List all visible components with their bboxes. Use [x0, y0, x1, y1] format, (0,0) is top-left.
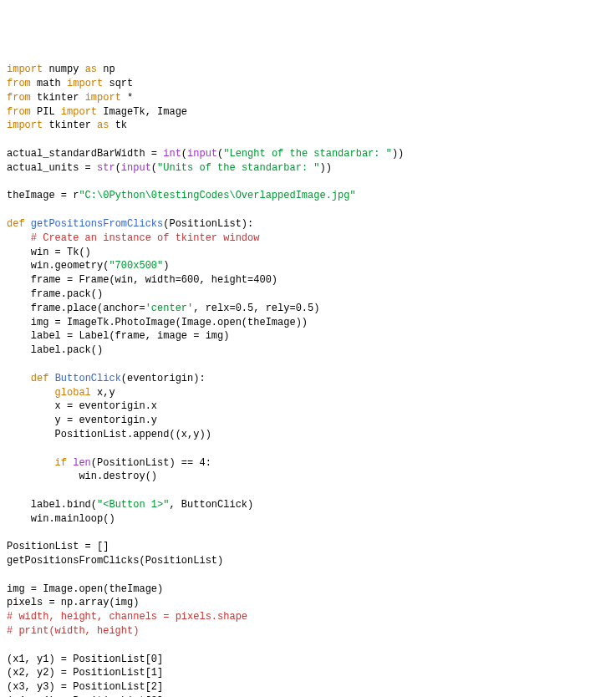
- code-line: win.mainloop(): [7, 513, 115, 525]
- code-line: def getPositionsFromClicks(PositionList)…: [7, 218, 253, 230]
- keyword-import: import: [67, 78, 103, 89]
- builtin-len: len: [73, 457, 91, 469]
- keyword-import: import: [61, 106, 97, 118]
- comment: # width, height, channels = pixels.shape: [7, 611, 247, 623]
- code-line: # print(width, height): [7, 625, 139, 637]
- string-literal: "Lenght of the standarbar: ": [223, 148, 392, 160]
- function-name: getPositionsFromClicks: [31, 218, 163, 230]
- code-line: PositionList.append((x,y)): [7, 429, 211, 440]
- code-block: import numpy as np from math import sqrt…: [7, 63, 609, 697]
- code-line: label = Label(frame, image = img): [7, 330, 229, 342]
- code-line: getPositionsFromClicks(PositionList): [7, 555, 223, 567]
- code-line: actual_units = str(input("Units of the s…: [7, 162, 332, 174]
- code-line: y = eventorigin.y: [7, 415, 157, 426]
- code-line: label.bind("<Button 1>", ButtonClick): [7, 499, 253, 511]
- code-line: from tkinter import *: [7, 92, 133, 104]
- code-line: (x1, y1) = PositionList[0]: [7, 654, 163, 665]
- symbol-name: ImageTk, Image: [103, 106, 187, 118]
- code-line: x = eventorigin.x: [7, 400, 157, 412]
- keyword-as: as: [97, 120, 109, 131]
- string-literal: "C:\0Python\0testingCodes\OverlappedImag…: [79, 190, 355, 201]
- code-line: global x,y: [7, 387, 115, 399]
- alias-name: np: [103, 64, 115, 75]
- keyword-if: if: [55, 457, 67, 469]
- code-line: PositionList = []: [7, 541, 109, 552]
- code-line: img = Image.open(theImage): [7, 583, 163, 595]
- code-line: (x3, y3) = PositionList[2]: [7, 681, 163, 693]
- builtin-input: input: [121, 162, 151, 174]
- function-name: ButtonClick: [55, 373, 121, 384]
- module-name: tkinter: [48, 120, 90, 131]
- string-literal: "Units of the standarbar: ": [157, 162, 319, 174]
- module-name: tkinter: [37, 92, 79, 104]
- code-line: img = ImageTk.PhotoImage(Image.open(theI…: [7, 317, 308, 328]
- keyword-import: import: [7, 64, 43, 75]
- keyword-global: global: [55, 387, 91, 399]
- keyword-from: from: [7, 78, 31, 89]
- module-name: math: [37, 78, 61, 89]
- code-line: from math import sqrt: [7, 78, 133, 89]
- code-line: frame = Frame(win, width=600, height=400…: [7, 274, 277, 286]
- string-literal: 'center': [145, 303, 194, 314]
- code-line: win.geometry("700x500"): [7, 260, 169, 272]
- keyword-as: as: [85, 64, 97, 75]
- code-line: def ButtonClick(eventorigin):: [7, 373, 206, 384]
- code-line: actual_standardBarWidth = int(input("Len…: [7, 148, 404, 160]
- string-literal: "<Button 1>": [97, 499, 169, 511]
- comment: # print(width, height): [7, 625, 139, 637]
- builtin-int: int: [163, 148, 181, 160]
- builtin-input: input: [187, 148, 217, 160]
- code-line: pixels = np.array(img): [7, 597, 139, 608]
- keyword-import: import: [85, 92, 121, 104]
- builtin-str: str: [97, 162, 115, 174]
- string-literal: "700x500": [109, 260, 163, 272]
- code-line: if len(PositionList) == 4:: [7, 457, 211, 469]
- code-line: frame.pack(): [7, 288, 103, 300]
- code-line: label.pack(): [7, 344, 103, 356]
- code-line: win = Tk(): [7, 247, 91, 258]
- code-line: # Create an instance of tkinter window: [7, 232, 259, 244]
- code-line: win.destroy(): [7, 471, 157, 482]
- keyword-def: def: [7, 218, 25, 230]
- code-line: frame.place(anchor='center', relx=0.5, r…: [7, 303, 319, 314]
- symbol-name: *: [127, 92, 133, 104]
- code-line: from PIL import ImageTk, Image: [7, 106, 187, 118]
- keyword-import: import: [7, 120, 43, 131]
- code-line: import numpy as np: [7, 64, 115, 75]
- code-line: # width, height, channels = pixels.shape: [7, 611, 247, 623]
- module-name: numpy: [48, 64, 79, 75]
- code-line: (x2, y2) = PositionList[1]: [7, 667, 163, 679]
- comment: # Create an instance of tkinter window: [7, 232, 259, 244]
- keyword-def: def: [31, 373, 49, 384]
- alias-name: tk: [115, 120, 127, 131]
- module-name: PIL: [37, 106, 55, 118]
- symbol-name: sqrt: [109, 78, 133, 89]
- keyword-from: from: [7, 106, 31, 118]
- keyword-from: from: [7, 92, 31, 104]
- code-line: import tkinter as tk: [7, 120, 127, 131]
- code-line: theImage = r"C:\0Python\0testingCodes\Ov…: [7, 190, 356, 201]
